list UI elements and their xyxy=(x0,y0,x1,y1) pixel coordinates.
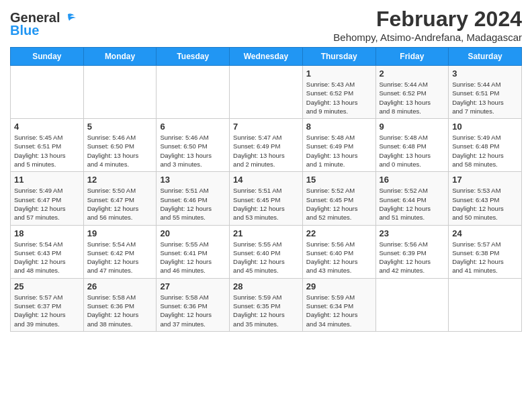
day-number: 17 xyxy=(452,175,518,185)
day-info: Sunrise: 5:54 AM Sunset: 6:43 PM Dayligh… xyxy=(14,240,80,275)
day-info: Sunrise: 5:52 AM Sunset: 6:44 PM Dayligh… xyxy=(380,186,445,222)
calendar-week-row: 18Sunrise: 5:54 AM Sunset: 6:43 PM Dayli… xyxy=(11,225,522,278)
day-number: 7 xyxy=(233,122,299,132)
calendar-day-cell: 21Sunrise: 5:55 AM Sunset: 6:40 PM Dayli… xyxy=(230,225,303,278)
calendar-day-cell: 6Sunrise: 5:46 AM Sunset: 6:50 PM Daylig… xyxy=(157,119,230,172)
calendar-day-cell: 7Sunrise: 5:47 AM Sunset: 6:49 PM Daylig… xyxy=(230,119,303,172)
calendar-day-cell: 24Sunrise: 5:57 AM Sunset: 6:38 PM Dayli… xyxy=(449,225,522,278)
weekday-header: Saturday xyxy=(449,48,522,66)
day-info: Sunrise: 5:46 AM Sunset: 6:50 PM Dayligh… xyxy=(160,133,226,169)
day-number: 11 xyxy=(14,175,80,185)
day-info: Sunrise: 5:43 AM Sunset: 6:52 PM Dayligh… xyxy=(306,80,372,116)
day-number: 2 xyxy=(380,68,445,79)
day-info: Sunrise: 5:57 AM Sunset: 6:37 PM Dayligh… xyxy=(14,293,80,328)
day-number: 26 xyxy=(87,281,153,291)
day-number: 6 xyxy=(160,122,226,132)
weekday-header: Wednesday xyxy=(230,48,303,66)
day-info: Sunrise: 5:54 AM Sunset: 6:42 PM Dayligh… xyxy=(87,240,153,275)
calendar-week-row: 25Sunrise: 5:57 AM Sunset: 6:37 PM Dayli… xyxy=(11,278,522,331)
day-info: Sunrise: 5:55 AM Sunset: 6:40 PM Dayligh… xyxy=(233,240,299,275)
day-info: Sunrise: 5:57 AM Sunset: 6:38 PM Dayligh… xyxy=(452,240,518,275)
calendar-day-cell: 19Sunrise: 5:54 AM Sunset: 6:42 PM Dayli… xyxy=(83,225,157,278)
day-number: 27 xyxy=(160,281,226,291)
day-number: 25 xyxy=(14,281,80,291)
day-number: 12 xyxy=(87,175,153,185)
day-number: 23 xyxy=(380,228,445,238)
weekday-header: Friday xyxy=(375,48,449,66)
calendar-day-cell: 16Sunrise: 5:52 AM Sunset: 6:44 PM Dayli… xyxy=(375,172,449,225)
day-info: Sunrise: 5:58 AM Sunset: 6:36 PM Dayligh… xyxy=(87,293,153,328)
calendar-day-cell: 20Sunrise: 5:55 AM Sunset: 6:41 PM Dayli… xyxy=(157,225,230,278)
calendar-table: SundayMondayTuesdayWednesdayThursdayFrid… xyxy=(10,47,522,332)
day-number: 4 xyxy=(14,122,80,132)
calendar-week-row: 4Sunrise: 5:45 AM Sunset: 6:51 PM Daylig… xyxy=(11,119,522,172)
calendar-day-cell: 9Sunrise: 5:48 AM Sunset: 6:48 PM Daylig… xyxy=(375,119,449,172)
day-number: 1 xyxy=(306,68,372,79)
day-number: 21 xyxy=(233,228,299,238)
calendar-day-cell: 18Sunrise: 5:54 AM Sunset: 6:43 PM Dayli… xyxy=(11,225,84,278)
calendar-day-cell: 26Sunrise: 5:58 AM Sunset: 6:36 PM Dayli… xyxy=(83,278,157,331)
day-info: Sunrise: 5:47 AM Sunset: 6:49 PM Dayligh… xyxy=(233,133,299,169)
day-info: Sunrise: 5:46 AM Sunset: 6:50 PM Dayligh… xyxy=(87,133,153,169)
day-info: Sunrise: 5:48 AM Sunset: 6:49 PM Dayligh… xyxy=(306,133,372,169)
day-info: Sunrise: 5:44 AM Sunset: 6:52 PM Dayligh… xyxy=(380,80,445,116)
day-info: Sunrise: 5:51 AM Sunset: 6:45 PM Dayligh… xyxy=(233,186,299,222)
calendar-day-cell: 11Sunrise: 5:49 AM Sunset: 6:47 PM Dayli… xyxy=(11,172,84,225)
day-number: 29 xyxy=(306,281,372,291)
day-number: 24 xyxy=(452,228,518,238)
day-number: 5 xyxy=(87,122,153,132)
calendar-day-cell: 5Sunrise: 5:46 AM Sunset: 6:50 PM Daylig… xyxy=(83,119,157,172)
day-info: Sunrise: 5:58 AM Sunset: 6:36 PM Dayligh… xyxy=(160,293,226,328)
header: General Blue February 2024 Behompy, Atsi… xyxy=(10,7,522,43)
calendar-day-cell: 14Sunrise: 5:51 AM Sunset: 6:45 PM Dayli… xyxy=(230,172,303,225)
day-number: 18 xyxy=(14,228,80,238)
day-number: 16 xyxy=(380,175,445,185)
day-number: 22 xyxy=(306,228,372,238)
calendar-day-cell: 17Sunrise: 5:53 AM Sunset: 6:43 PM Dayli… xyxy=(449,172,522,225)
weekday-header: Sunday xyxy=(11,48,84,66)
calendar-day-cell xyxy=(449,278,522,331)
calendar-day-cell: 4Sunrise: 5:45 AM Sunset: 6:51 PM Daylig… xyxy=(11,119,84,172)
day-number: 10 xyxy=(452,122,518,132)
day-info: Sunrise: 5:50 AM Sunset: 6:47 PM Dayligh… xyxy=(87,186,153,222)
calendar-day-cell xyxy=(83,66,157,119)
calendar-day-cell: 29Sunrise: 5:59 AM Sunset: 6:34 PM Dayli… xyxy=(302,278,375,331)
calendar-day-cell: 8Sunrise: 5:48 AM Sunset: 6:49 PM Daylig… xyxy=(302,119,375,172)
day-info: Sunrise: 5:55 AM Sunset: 6:41 PM Dayligh… xyxy=(160,240,226,275)
calendar-day-cell xyxy=(230,66,303,119)
day-info: Sunrise: 5:53 AM Sunset: 6:43 PM Dayligh… xyxy=(452,186,518,222)
main-title: February 2024 xyxy=(333,7,522,32)
day-info: Sunrise: 5:48 AM Sunset: 6:48 PM Dayligh… xyxy=(380,133,445,169)
day-number: 13 xyxy=(160,175,226,185)
calendar-day-cell xyxy=(375,278,449,331)
calendar-day-cell: 25Sunrise: 5:57 AM Sunset: 6:37 PM Dayli… xyxy=(11,278,84,331)
day-info: Sunrise: 5:49 AM Sunset: 6:48 PM Dayligh… xyxy=(452,133,518,169)
calendar-day-cell: 3Sunrise: 5:44 AM Sunset: 6:51 PM Daylig… xyxy=(449,66,522,119)
day-number: 14 xyxy=(233,175,299,185)
calendar-week-row: 11Sunrise: 5:49 AM Sunset: 6:47 PM Dayli… xyxy=(11,172,522,225)
calendar-day-cell: 22Sunrise: 5:56 AM Sunset: 6:40 PM Dayli… xyxy=(302,225,375,278)
day-info: Sunrise: 5:49 AM Sunset: 6:47 PM Dayligh… xyxy=(14,186,80,222)
day-info: Sunrise: 5:51 AM Sunset: 6:46 PM Dayligh… xyxy=(160,186,226,222)
calendar-day-cell: 2Sunrise: 5:44 AM Sunset: 6:52 PM Daylig… xyxy=(375,66,449,119)
day-number: 9 xyxy=(380,122,445,132)
day-info: Sunrise: 5:44 AM Sunset: 6:51 PM Dayligh… xyxy=(452,80,518,116)
calendar-day-cell: 27Sunrise: 5:58 AM Sunset: 6:36 PM Dayli… xyxy=(157,278,230,331)
weekday-header: Tuesday xyxy=(157,48,230,66)
logo-blue-text: Blue xyxy=(10,23,76,38)
logo-bird-icon xyxy=(61,13,76,24)
calendar-day-cell: 10Sunrise: 5:49 AM Sunset: 6:48 PM Dayli… xyxy=(449,119,522,172)
calendar-week-row: 1Sunrise: 5:43 AM Sunset: 6:52 PM Daylig… xyxy=(11,66,522,119)
day-info: Sunrise: 5:56 AM Sunset: 6:40 PM Dayligh… xyxy=(306,240,372,275)
calendar-day-cell: 12Sunrise: 5:50 AM Sunset: 6:47 PM Dayli… xyxy=(83,172,157,225)
logo: General Blue xyxy=(10,10,76,38)
day-info: Sunrise: 5:45 AM Sunset: 6:51 PM Dayligh… xyxy=(14,133,80,169)
calendar-day-cell: 1Sunrise: 5:43 AM Sunset: 6:52 PM Daylig… xyxy=(302,66,375,119)
day-number: 15 xyxy=(306,175,372,185)
day-number: 28 xyxy=(233,281,299,291)
calendar-day-cell: 13Sunrise: 5:51 AM Sunset: 6:46 PM Dayli… xyxy=(157,172,230,225)
day-info: Sunrise: 5:59 AM Sunset: 6:35 PM Dayligh… xyxy=(233,293,299,328)
calendar-day-cell: 15Sunrise: 5:52 AM Sunset: 6:45 PM Dayli… xyxy=(302,172,375,225)
day-info: Sunrise: 5:56 AM Sunset: 6:39 PM Dayligh… xyxy=(380,240,445,275)
calendar-header-row: SundayMondayTuesdayWednesdayThursdayFrid… xyxy=(11,48,522,66)
